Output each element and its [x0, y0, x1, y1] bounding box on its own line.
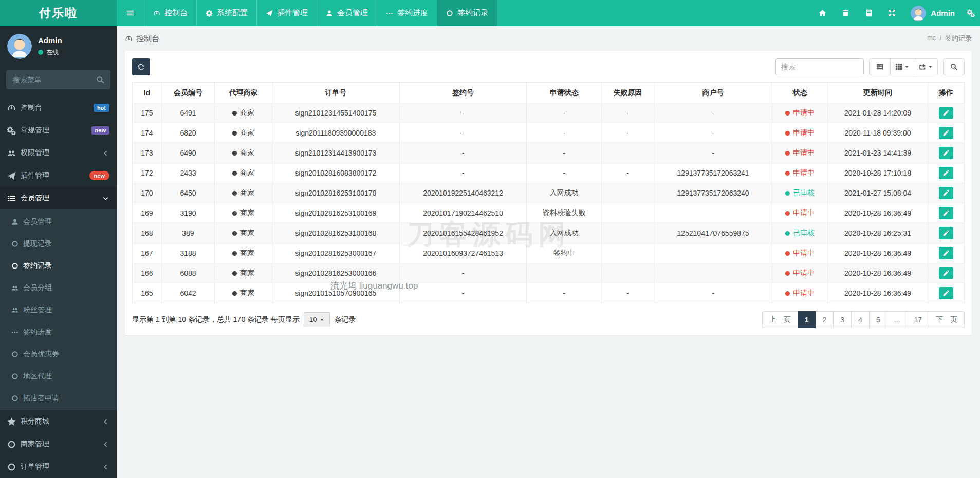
- nav-tab-label: 控制台: [164, 8, 188, 18]
- nav-tab-user[interactable]: 会员管理: [317, 0, 377, 26]
- cell-apply-status: -: [527, 143, 602, 163]
- page-item-1[interactable]: 1: [798, 311, 816, 328]
- status-dot: [785, 271, 790, 276]
- column-header[interactable]: 更新时间: [828, 83, 928, 103]
- column-header[interactable]: 申请状态: [527, 83, 602, 103]
- column-header[interactable]: 订单号: [272, 83, 399, 103]
- page-item-5[interactable]: 5: [869, 311, 887, 328]
- brand-logo[interactable]: 付乐啦: [0, 0, 117, 26]
- agent-dot: [232, 151, 237, 156]
- chevron-left-icon: [103, 464, 108, 470]
- column-header[interactable]: 状态: [772, 83, 827, 103]
- column-header[interactable]: 操作: [928, 83, 964, 103]
- sidebar-item[interactable]: 权限管理: [0, 142, 117, 164]
- edit-button[interactable]: [939, 107, 953, 119]
- sidebar-subitem[interactable]: 拓店者申请: [0, 387, 117, 409]
- edit-button[interactable]: [939, 127, 953, 139]
- sidebar-item-label: 订单管理: [21, 462, 100, 471]
- column-header[interactable]: 签约号: [399, 83, 527, 103]
- home-button[interactable]: [811, 0, 834, 26]
- cell-fail-reason: [602, 143, 654, 163]
- refresh-button[interactable]: [132, 58, 150, 75]
- table-row: 165 6042 商家 sign20101510570900165 - - - …: [133, 283, 965, 303]
- user-avatar[interactable]: [911, 6, 926, 21]
- detail-view-icon: [876, 63, 883, 70]
- sidebar-subitem[interactable]: 会员管理: [0, 211, 117, 233]
- column-header[interactable]: 会员编号: [161, 83, 215, 103]
- edit-button[interactable]: [939, 187, 953, 199]
- sidebar-subitem[interactable]: 粉丝管理: [0, 299, 117, 321]
- sidebar-subitem-label: 拓店者申请: [23, 394, 59, 403]
- sidebar-subitem[interactable]: 签约进度: [0, 321, 117, 343]
- edit-button[interactable]: [939, 147, 953, 159]
- sidebar-item[interactable]: 常规管理new: [0, 119, 117, 142]
- sidebar: Admin 在线 控制台hot常规管理new权限管理插件管理new会员管理会员管…: [0, 26, 117, 478]
- cell-id: 172: [133, 163, 162, 183]
- expand-button[interactable]: [880, 0, 903, 26]
- column-header[interactable]: 失败原因: [602, 83, 654, 103]
- circle-icon: [7, 463, 16, 471]
- edit-button[interactable]: [939, 267, 953, 279]
- page-item-2[interactable]: 2: [816, 311, 834, 328]
- sidebar-subitem[interactable]: 会员优惠券: [0, 343, 117, 365]
- logs-button[interactable]: [857, 0, 880, 26]
- page-item-3[interactable]: 3: [833, 311, 852, 328]
- sidebar-avatar[interactable]: [7, 34, 32, 59]
- avatar-icon: [911, 6, 926, 21]
- nav-tab-gear[interactable]: 系统配置: [197, 0, 257, 26]
- cell-updated-time: 2020-10-28 17:10:18: [828, 163, 928, 183]
- page-item-17[interactable]: 17: [907, 311, 929, 328]
- sidebar-item[interactable]: 会员管理: [0, 187, 117, 209]
- edit-button[interactable]: [939, 227, 953, 239]
- cell-agent: 商家: [215, 163, 272, 183]
- nav-tab-dashboard[interactable]: 控制台: [144, 0, 197, 26]
- sidebar-search-input[interactable]: [6, 70, 110, 89]
- table-row: 166 6088 商家 sign20102816253000166 - 申请中 …: [133, 263, 965, 283]
- sidebar-item[interactable]: 订单管理: [0, 455, 117, 478]
- cell-fail-reason: -: [602, 283, 654, 303]
- agent-dot: [232, 191, 237, 196]
- sidebar-toggle-button[interactable]: [117, 0, 144, 26]
- edit-button[interactable]: [939, 247, 953, 259]
- nav-tab-send[interactable]: 插件管理: [257, 0, 317, 26]
- page-item-...[interactable]: ...: [887, 311, 908, 328]
- breadcrumb-module[interactable]: mc: [927, 34, 936, 43]
- page-size-dropdown[interactable]: 10: [304, 312, 330, 327]
- nav-tab-ellipsis[interactable]: 签约进度: [377, 0, 437, 26]
- page-item-4[interactable]: 4: [851, 311, 870, 328]
- table-search-input[interactable]: [775, 58, 864, 75]
- edit-button[interactable]: [939, 167, 953, 179]
- edit-button[interactable]: [939, 207, 953, 219]
- sidebar-subitem[interactable]: 签约记录: [0, 255, 117, 277]
- sidebar-item[interactable]: 积分商城: [0, 410, 117, 433]
- agent-dot: [232, 231, 237, 236]
- column-header[interactable]: 商户号: [654, 83, 772, 103]
- page-item-下一页[interactable]: 下一页: [929, 311, 965, 328]
- cell-fail-reason: -: [602, 123, 654, 143]
- pencil-icon: [943, 290, 949, 296]
- sidebar-item[interactable]: 商家管理: [0, 433, 117, 455]
- columns-dropdown-button[interactable]: [891, 58, 914, 75]
- sidebar-subitem[interactable]: 会员分组: [0, 277, 117, 299]
- nav-tab-circle[interactable]: 签约记录: [437, 0, 497, 26]
- sidebar-item-label: 插件管理: [21, 171, 89, 180]
- nav-tab-label: 系统配置: [217, 8, 248, 18]
- search-button[interactable]: [943, 58, 965, 75]
- sidebar-item[interactable]: 插件管理new: [0, 164, 117, 187]
- settings-button[interactable]: [962, 0, 980, 26]
- page-item-上一页[interactable]: 上一页: [762, 311, 798, 328]
- expand-icon: [888, 9, 896, 17]
- user-menu[interactable]: Admin: [931, 9, 955, 17]
- column-header[interactable]: 代理商家: [215, 83, 272, 103]
- cell-apply-status: 资料校验失败: [527, 203, 602, 223]
- export-dropdown-button[interactable]: [914, 58, 938, 75]
- sidebar-subitem[interactable]: 提现记录: [0, 233, 117, 255]
- sidebar-item[interactable]: 控制台hot: [0, 97, 117, 119]
- detail-view-button[interactable]: [869, 58, 891, 75]
- cell-order-no: sign20111809390000183: [272, 123, 399, 143]
- trash-button[interactable]: [834, 0, 857, 26]
- edit-button[interactable]: [939, 287, 953, 299]
- column-header[interactable]: Id: [133, 83, 162, 103]
- cell-id: 173: [133, 143, 162, 163]
- sidebar-subitem[interactable]: 地区代理: [0, 365, 117, 387]
